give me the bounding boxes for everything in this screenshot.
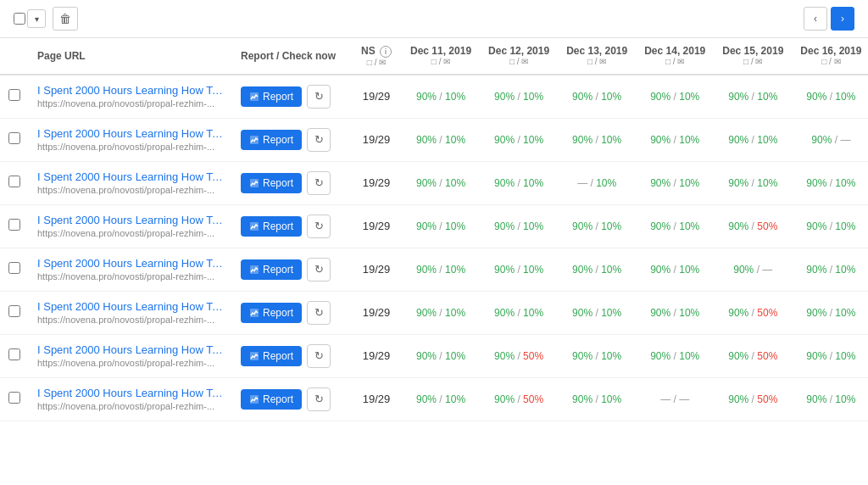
select-dropdown-btn[interactable]: ▾ [27,9,46,28]
report-button-7[interactable]: Report [241,389,302,410]
page-link-1[interactable]: I Spent 2000 Hours Learning How To... [37,127,224,140]
page-link-6[interactable]: I Spent 2000 Hours Learning How To... [37,343,224,356]
refresh-button-2[interactable]: ↻ [307,171,331,195]
page-link-3[interactable]: I Spent 2000 Hours Learning How To... [37,214,224,226]
url-cell-3: I Spent 2000 Hours Learning How To... ht… [29,204,232,248]
val1-6-5: 90% [806,350,826,362]
refresh-button-3[interactable]: ↻ [307,215,331,238]
page-url-sub-7: https://novena.pro/novosti/propal-rezhim… [37,401,214,411]
row-checkbox-0[interactable] [8,89,20,101]
row-checkbox-5[interactable] [8,305,20,317]
date-cell-3-2: 90% / 10% [558,204,636,248]
val1-7-2: 90% [572,393,593,405]
val2-6-5: 10% [835,350,855,362]
val1-3-0: 90% [416,220,437,232]
date-col-0-header: Dec 11, 2019□ / ✉ [402,38,480,75]
val2-0-2: 10% [601,91,621,103]
date-cell-6-2: 90% / 10% [558,334,636,377]
row-checkbox-2[interactable] [8,176,20,187]
ns-cell-4: 19/29 [351,248,402,291]
report-button-0[interactable]: Report [241,86,302,107]
url-cell-5: I Spent 2000 Hours Learning How To... ht… [29,291,232,334]
refresh-button-6[interactable]: ↻ [307,344,331,368]
val2-6-2: 10% [601,350,621,362]
val1-1-2: 90% [572,134,593,146]
val2-0-5: 10% [835,91,855,103]
val2-6-3: 10% [679,350,699,362]
val1-1-0: 90% [416,134,437,146]
refresh-button-5[interactable]: ↻ [307,301,331,325]
page-link-5[interactable]: I Spent 2000 Hours Learning How To... [37,300,224,313]
val1-0-0: 90% [416,91,437,103]
date-cell-2-3: 90% / 10% [636,161,714,204]
val2-1-2: 10% [601,134,621,146]
date-cell-1-0: 90% / 10% [402,118,480,161]
refresh-button-7[interactable]: ↻ [307,387,331,411]
delete-button[interactable]: 🗑 [53,7,78,31]
data-table: Page URL Report / Check now NS i □ / ✉ D… [0,38,868,421]
ns-cell-3: 19/29 [351,204,402,248]
refresh-button-4[interactable]: ↻ [307,258,331,282]
date-cell-5-3: 90% / 10% [636,291,714,334]
row-checkbox-6[interactable] [8,348,20,360]
val2-2-0: 10% [445,177,465,189]
report-button-2[interactable]: Report [241,173,302,193]
report-button-4[interactable]: Report [241,259,302,280]
page-link-7[interactable]: I Spent 2000 Hours Learning How To... [37,387,224,399]
select-all-checkbox[interactable] [14,13,25,25]
date-cell-1-2: 90% / 10% [558,118,636,161]
val1-4-2: 90% [572,264,593,276]
date-cell-7-2: 90% / 10% [558,377,636,421]
date-cell-3-1: 90% / 10% [480,204,558,248]
val2-2-3: 10% [679,177,699,189]
val1-4-3: 90% [650,264,670,276]
report-button-1[interactable]: Report [241,130,302,150]
row-checkbox-7[interactable] [8,392,20,404]
val1-6-0: 90% [416,350,437,362]
report-button-3[interactable]: Report [241,216,302,237]
url-cell-2: I Spent 2000 Hours Learning How To... ht… [29,161,232,204]
val2-3-1: 10% [523,220,543,232]
val2-4-5: 10% [835,264,855,276]
val1-5-2: 90% [572,307,593,319]
val2-5-2: 10% [601,307,621,319]
row-checkbox-1[interactable] [8,132,20,144]
val2-2-1: 10% [523,177,543,189]
val2-0-1: 10% [523,91,543,103]
page-link-2[interactable]: I Spent 2000 Hours Learning How To... [37,170,224,183]
page-url-sub-2: https://novena.pro/novosti/propal-rezhim… [37,185,214,195]
val2-7-2: 10% [601,393,621,405]
page-url-sub-6: https://novena.pro/novosti/propal-rezhim… [37,358,214,368]
val2-6-1: 50% [523,350,543,362]
report-button-5[interactable]: Report [241,303,302,323]
page-url-sub-4: https://novena.pro/novosti/propal-rezhim… [37,271,214,282]
val2-1-1: 10% [523,134,543,146]
row-checkbox-3[interactable] [8,219,20,231]
refresh-button-1[interactable]: ↻ [307,128,331,152]
val1-7-1: 90% [494,393,515,405]
date-cell-6-3: 90% / 10% [636,334,714,377]
table-header-row: Page URL Report / Check now NS i □ / ✉ D… [0,38,868,75]
val2-4-1: 10% [523,264,543,276]
page-link-4[interactable]: I Spent 2000 Hours Learning How To... [37,257,224,270]
val1-0-5: 90% [806,91,826,103]
nav-prev-button[interactable]: ‹ [804,7,827,31]
date-cell-0-0: 90% / 10% [402,75,480,119]
table-row: I Spent 2000 Hours Learning How To... ht… [0,75,868,119]
row-checkbox-4[interactable] [8,262,20,274]
report-button-6[interactable]: Report [241,346,302,366]
url-col-label: Page URL [37,50,86,62]
table-row: I Spent 2000 Hours Learning How To... ht… [0,248,868,291]
date-col-4-header: Dec 15, 2019□ / ✉ [714,38,792,75]
val1-2-4: 90% [728,177,748,189]
toolbar: ▾ 🗑 ‹ › [0,0,868,38]
date-cell-1-4: 90% / 10% [714,118,792,161]
val2-7-4: 50% [757,393,777,405]
val2-1-0: 10% [445,134,465,146]
page-url-sub-3: https://novena.pro/novosti/propal-rezhim… [37,228,214,238]
val1-3-3: 90% [650,220,670,232]
refresh-button-0[interactable]: ↻ [307,85,331,109]
page-link-0[interactable]: I Spent 2000 Hours Learning How To... [37,84,224,97]
url-col-header: Page URL [29,38,232,75]
nav-next-button[interactable]: › [831,7,854,31]
